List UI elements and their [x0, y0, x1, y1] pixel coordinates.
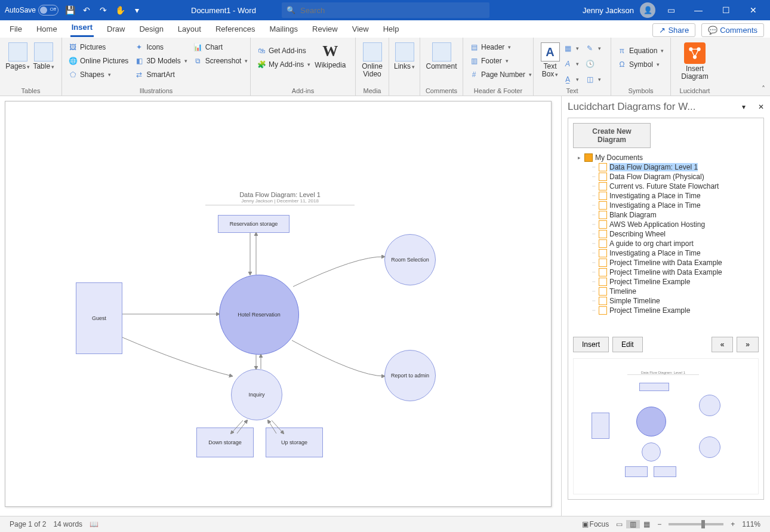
footer-button[interactable]: ▥Footer	[468, 55, 533, 67]
header-button[interactable]: ▤Header	[468, 41, 533, 53]
tree-item[interactable]: Investigating a Place in Time	[573, 248, 759, 258]
online-pictures-button[interactable]: 🌐Online Pictures	[67, 55, 130, 67]
document-icon	[599, 239, 607, 248]
object-button[interactable]: ◫	[584, 73, 602, 85]
insert-diagram-label: Insert Diagram	[676, 65, 714, 81]
next-page-button[interactable]: »	[737, 337, 759, 352]
search-input[interactable]	[300, 6, 485, 15]
tab-review[interactable]: Review	[311, 21, 339, 37]
ribbon-mode-icon[interactable]: ▭	[659, 0, 683, 20]
tree-item[interactable]: A guide to org chart import	[573, 239, 759, 248]
tree-item[interactable]: Simple Timeline	[573, 296, 759, 306]
pictures-button[interactable]: 🖼Pictures	[67, 41, 130, 53]
quick-parts-button[interactable]: ▦	[562, 42, 580, 54]
read-mode-icon[interactable]: ▭	[612, 520, 626, 528]
pane-close-icon[interactable]: ✕	[758, 103, 764, 111]
signature-button[interactable]: ✎	[584, 42, 602, 54]
tab-design[interactable]: Design	[138, 21, 164, 37]
tab-file[interactable]: File	[8, 21, 23, 37]
tree-item[interactable]: Timeline	[573, 287, 759, 296]
shapes-button[interactable]: ⬠Shapes	[67, 69, 130, 81]
document-icon	[599, 192, 607, 200]
preview-node	[699, 395, 720, 416]
pages-button[interactable]: Pages	[5, 40, 31, 70]
tab-view[interactable]: View	[351, 21, 370, 37]
zoom-in-button[interactable]: +	[727, 520, 738, 528]
search-box[interactable]: 🔍	[282, 2, 489, 18]
chart-button[interactable]: 📊Chart	[192, 41, 250, 53]
print-layout-icon[interactable]: ▥	[626, 520, 640, 528]
my-addins-button[interactable]: 🧩My Add-ins	[255, 59, 312, 70]
date-time-button[interactable]: 🕓	[584, 58, 596, 70]
equation-button[interactable]: πEquation	[616, 45, 665, 57]
tab-mailings[interactable]: Mailings	[268, 21, 299, 37]
tab-references[interactable]: References	[214, 21, 256, 37]
tab-help[interactable]: Help	[382, 21, 401, 37]
tree-item[interactable]: Data Flow Diagram (Physical)	[573, 172, 759, 182]
create-new-diagram-button[interactable]: Create New Diagram	[573, 123, 651, 148]
tree-item-label: Investigating a Place in Time	[609, 249, 701, 257]
redo-icon[interactable]: ↷	[98, 5, 109, 16]
icons-button[interactable]: ✦Icons	[133, 41, 188, 53]
tree-item[interactable]: Current vs. Future State Flowchart	[573, 182, 759, 191]
wordart-button[interactable]: A	[562, 58, 580, 70]
touch-icon[interactable]: ✋	[115, 5, 125, 16]
tree-item[interactable]: Project Timeline with Data Example	[573, 267, 759, 277]
account-avatar-icon[interactable]: 👤	[640, 2, 655, 18]
autosave-toggle[interactable]: AutoSave Off	[5, 5, 58, 16]
3d-models-button[interactable]: ◧3D Models	[133, 55, 188, 67]
insert-button[interactable]: Insert	[573, 337, 609, 352]
get-addins-button[interactable]: 🛍Get Add-ins	[255, 45, 312, 57]
tree-item[interactable]: Data Flow Diagram: Level 1	[573, 162, 759, 172]
word-count[interactable]: 14 words	[50, 520, 86, 528]
screenshot-button[interactable]: ⧉Screenshot	[192, 55, 250, 67]
table-button[interactable]: Table	[31, 40, 57, 70]
drop-cap-button[interactable]: A̲	[562, 73, 580, 85]
zoom-level[interactable]: 111%	[738, 520, 764, 528]
spell-check-icon[interactable]: 📖	[86, 520, 102, 528]
tree-item[interactable]: Investigating a Place in Time	[573, 201, 759, 210]
tab-home[interactable]: Home	[35, 21, 58, 37]
zoom-out-button[interactable]: −	[654, 520, 665, 528]
tree-item[interactable]: Project Timeline Example	[573, 277, 759, 287]
tab-layout[interactable]: Layout	[177, 21, 202, 37]
tree-item[interactable]: Investigating a Place in Time	[573, 191, 759, 201]
tree-item[interactable]: Project Timeline Example	[573, 306, 759, 315]
zoom-slider[interactable]	[669, 523, 723, 525]
table-label: Table	[33, 63, 54, 70]
smartart-button[interactable]: ⇄SmartArt	[133, 69, 188, 81]
page-indicator[interactable]: Page 1 of 2	[6, 520, 50, 528]
prev-page-button[interactable]: «	[712, 337, 734, 352]
customize-qat-icon[interactable]: ▾	[131, 5, 142, 16]
collapse-ribbon-icon[interactable]: ˄	[762, 85, 765, 93]
save-icon[interactable]: 💾	[64, 5, 75, 16]
online-video-button[interactable]: Online Video	[361, 40, 384, 78]
tab-draw[interactable]: Draw	[106, 21, 126, 37]
page-number-button[interactable]: #Page Number	[468, 69, 533, 81]
edit-button[interactable]: Edit	[612, 337, 643, 352]
symbol-button[interactable]: ΩSymbol	[616, 59, 665, 70]
maximize-icon[interactable]: ☐	[714, 0, 738, 20]
undo-icon[interactable]: ↶	[81, 5, 92, 16]
pane-menu-icon[interactable]: ▾	[742, 103, 746, 111]
tree-item[interactable]: AWS Web Application Hosting	[573, 220, 759, 229]
account-name[interactable]: Jenny Jackson	[583, 6, 634, 15]
comment-button[interactable]: Comment	[425, 40, 458, 70]
tree-folder-my-documents[interactable]: My Documents	[573, 153, 759, 162]
close-icon[interactable]: ✕	[741, 0, 765, 20]
tree-item[interactable]: Describing Wheel	[573, 229, 759, 239]
focus-mode-button[interactable]: ▣Focus	[578, 520, 613, 528]
share-button[interactable]: ↗Share	[652, 23, 695, 37]
diagram-tree[interactable]: My Documents Data Flow Diagram: Level 1D…	[573, 153, 759, 332]
web-layout-icon[interactable]: ▦	[640, 520, 654, 528]
insert-diagram-button[interactable]: Insert Diagram	[676, 40, 714, 81]
tree-item[interactable]: Project Timeline with Data Example	[573, 258, 759, 267]
tab-insert[interactable]: Insert	[70, 19, 94, 37]
text-box-button[interactable]: A Text Box	[538, 40, 562, 78]
links-button[interactable]: Links	[394, 40, 415, 70]
wikipedia-button[interactable]: W Wikipedia	[315, 40, 345, 69]
document-area[interactable]: Data Flow Diagram: Level 1 Jenny Jackson…	[0, 96, 561, 516]
minimize-icon[interactable]: —	[686, 0, 710, 20]
comments-button[interactable]: 💬Comments	[701, 23, 764, 37]
tree-item[interactable]: Blank Diagram	[573, 210, 759, 220]
